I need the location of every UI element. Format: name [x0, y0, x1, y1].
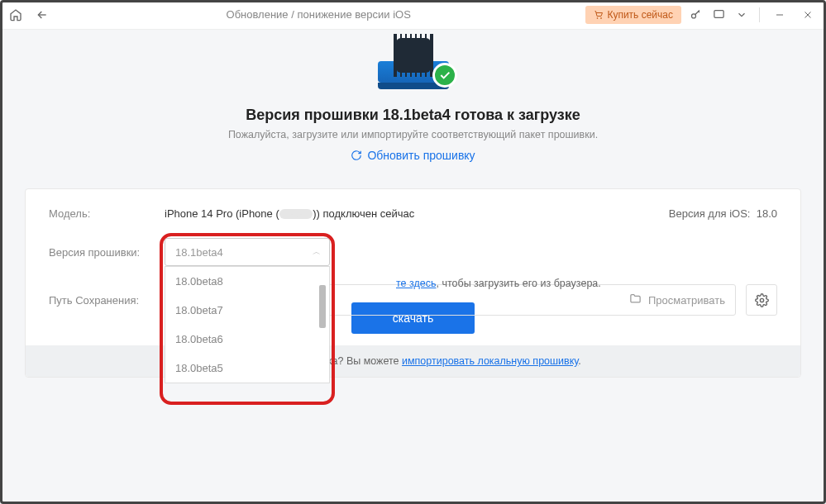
buy-button[interactable]: Купить сейчас	[585, 6, 681, 24]
firmware-option[interactable]: 18.0beta5	[165, 354, 329, 383]
check-badge-icon	[432, 63, 457, 88]
menu-caret-icon[interactable]	[733, 6, 751, 24]
main-content: Версия прошивки 18.1beta4 готова к загру…	[0, 30, 826, 378]
folder-icon	[629, 292, 642, 307]
save-path-label: Путь Сохранения:	[49, 294, 165, 307]
firmware-version-dropdown: 18.0beta8 18.0beta7 18.0beta6 18.0beta5	[165, 266, 330, 383]
home-icon[interactable]	[7, 6, 25, 24]
minimize-button[interactable]	[768, 3, 791, 26]
download-hint: те здесь, чтобы загрузить его из браузер…	[396, 278, 777, 289]
titlebar: Обновление / понижение версии iOS Купить…	[0, 0, 826, 30]
firmware-version-row: Версия прошивки: 18.1beta4 ︿ 18.0beta8 1…	[49, 238, 777, 266]
import-local-firmware-link[interactable]: импортировать локальную прошивку	[402, 355, 578, 367]
close-button[interactable]	[796, 3, 819, 26]
svg-point-1	[601, 17, 602, 18]
refresh-firmware-link[interactable]: Обновить прошивку	[351, 149, 475, 162]
model-label: Модель:	[49, 207, 165, 220]
hero-subtitle: Пожалуйста, загрузите или импортируйте с…	[25, 129, 801, 140]
back-icon[interactable]	[33, 6, 51, 24]
window-title: Обновление / понижение версии iOS	[51, 8, 585, 21]
firmware-version-label: Версия прошивки:	[49, 246, 165, 259]
svg-point-4	[760, 298, 763, 302]
firmware-version-select[interactable]: 18.1beta4 ︿	[165, 238, 330, 266]
feedback-icon[interactable]	[709, 6, 728, 24]
firmware-option[interactable]: 18.0beta7	[165, 296, 329, 325]
import-footer: Уже есть прошивка? Вы можете импортирова…	[26, 345, 800, 377]
hero-heading: Версия прошивки 18.1beta4 готова к загру…	[25, 107, 801, 124]
model-row: Модель: iPhone 14 Pro (iPhone (xxx)) под…	[49, 207, 777, 220]
svg-point-0	[597, 17, 598, 18]
ios-version: Версия для iOS: 18.0	[669, 207, 777, 220]
download-here-link[interactable]: те здесь	[396, 278, 436, 289]
key-icon[interactable]	[686, 6, 704, 24]
firmware-panel: Модель: iPhone 14 Pro (iPhone (xxx)) под…	[25, 188, 801, 378]
model-value: iPhone 14 Pro (iPhone (xxx)) подключен с…	[165, 207, 414, 220]
svg-point-2	[691, 14, 695, 18]
dropdown-scrollbar[interactable]	[319, 269, 327, 381]
device-artwork	[378, 61, 449, 83]
firmware-option[interactable]: 18.0beta8	[165, 267, 329, 296]
firmware-option[interactable]: 18.0beta6	[165, 325, 329, 354]
hero-section: Версия прошивки 18.1beta4 готова к загру…	[25, 46, 801, 174]
chevron-up-icon: ︿	[313, 246, 321, 258]
